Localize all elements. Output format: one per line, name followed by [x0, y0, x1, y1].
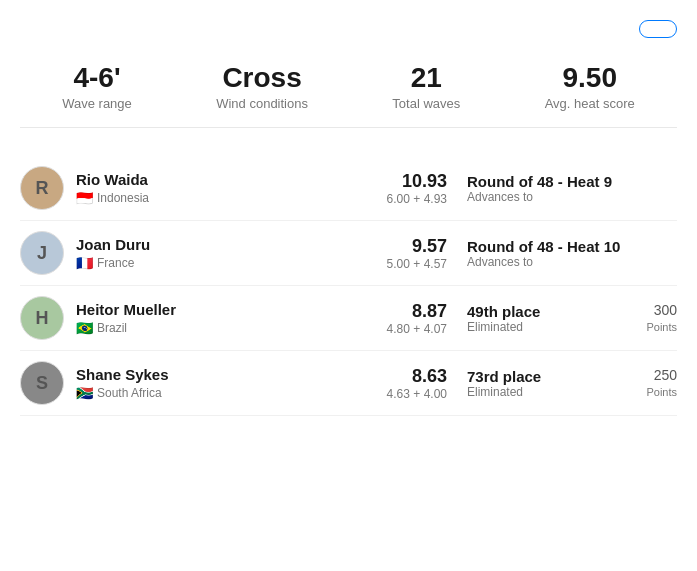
flag-icon: 🇮🇩 — [76, 190, 93, 206]
result-main: Round of 48 - Heat 10 — [467, 238, 627, 255]
avatar: J — [20, 231, 64, 275]
competitor-info: Heitor Mueller 🇧🇷 Brazil — [76, 301, 367, 336]
score-breakdown: 5.00 + 4.57 — [367, 257, 447, 271]
stat-label: Wave range — [62, 96, 132, 111]
flag-icon: 🇿🇦 — [76, 385, 93, 401]
watch-replay-button[interactable] — [639, 20, 677, 38]
stat-label: Avg. heat score — [545, 96, 635, 111]
competitor-scores: 10.93 6.00 + 4.93 — [367, 171, 447, 206]
country-name: South Africa — [97, 386, 162, 400]
competitor-row: S Shane Sykes 🇿🇦 South Africa 8.63 4.63 … — [20, 351, 677, 416]
competitor-country: 🇮🇩 Indonesia — [76, 190, 367, 206]
result-sub: Eliminated — [467, 320, 627, 334]
result-sub: Advances to — [467, 190, 627, 204]
country-name: Brazil — [97, 321, 127, 335]
flag-icon: 🇧🇷 — [76, 320, 93, 336]
competitor-scores: 8.87 4.80 + 4.07 — [367, 301, 447, 336]
competitor-points: 300Points — [627, 302, 677, 334]
competitor-result: Round of 48 - Heat 10 Advances to — [467, 238, 627, 269]
country-name: France — [97, 256, 134, 270]
avatar: R — [20, 166, 64, 210]
stat-value: 4-6' — [62, 62, 132, 94]
competitor-country: 🇿🇦 South Africa — [76, 385, 367, 401]
competitor-info: Joan Duru 🇫🇷 France — [76, 236, 367, 271]
stats-bar: 4-6' Wave range Cross Wind conditions 21… — [20, 62, 677, 128]
competitor-name: Rio Waida — [76, 171, 367, 188]
stat-value: 21 — [392, 62, 460, 94]
competitor-result: 49th place Eliminated — [467, 303, 627, 334]
stat-item: 21 Total waves — [392, 62, 460, 111]
flag-icon: 🇫🇷 — [76, 255, 93, 271]
competitor-row: R Rio Waida 🇮🇩 Indonesia 10.93 6.00 + 4.… — [20, 156, 677, 221]
competitor-scores: 9.57 5.00 + 4.57 — [367, 236, 447, 271]
score-breakdown: 4.63 + 4.00 — [367, 387, 447, 401]
country-name: Indonesia — [97, 191, 149, 205]
total-score: 10.93 — [367, 171, 447, 192]
competitor-name: Heitor Mueller — [76, 301, 367, 318]
competitor-row: H Heitor Mueller 🇧🇷 Brazil 8.87 4.80 + 4… — [20, 286, 677, 351]
result-main: 49th place — [467, 303, 627, 320]
competitor-info: Shane Sykes 🇿🇦 South Africa — [76, 366, 367, 401]
result-main: Round of 48 - Heat 9 — [467, 173, 627, 190]
score-breakdown: 6.00 + 4.93 — [367, 192, 447, 206]
competitor-points: 250Points — [627, 367, 677, 399]
competitors-list: R Rio Waida 🇮🇩 Indonesia 10.93 6.00 + 4.… — [20, 156, 677, 416]
competitor-scores: 8.63 4.63 + 4.00 — [367, 366, 447, 401]
competitor-name: Shane Sykes — [76, 366, 367, 383]
competitor-result: Round of 48 - Heat 9 Advances to — [467, 173, 627, 204]
avatar: H — [20, 296, 64, 340]
total-score: 8.63 — [367, 366, 447, 387]
result-sub: Advances to — [467, 255, 627, 269]
competitor-row: J Joan Duru 🇫🇷 France 9.57 5.00 + 4.57 R… — [20, 221, 677, 286]
stat-item: 4-6' Wave range — [62, 62, 132, 111]
result-sub: Eliminated — [467, 385, 627, 399]
competitor-info: Rio Waida 🇮🇩 Indonesia — [76, 171, 367, 206]
competitor-name: Joan Duru — [76, 236, 367, 253]
stat-value: 9.50 — [545, 62, 635, 94]
stat-item: 9.50 Avg. heat score — [545, 62, 635, 111]
competitor-result: 73rd place Eliminated — [467, 368, 627, 399]
competitor-country: 🇧🇷 Brazil — [76, 320, 367, 336]
total-score: 9.57 — [367, 236, 447, 257]
stat-label: Wind conditions — [216, 96, 308, 111]
stat-value: Cross — [216, 62, 308, 94]
stat-item: Cross Wind conditions — [216, 62, 308, 111]
score-breakdown: 4.80 + 4.07 — [367, 322, 447, 336]
avatar: S — [20, 361, 64, 405]
stat-label: Total waves — [392, 96, 460, 111]
total-score: 8.87 — [367, 301, 447, 322]
competitor-country: 🇫🇷 France — [76, 255, 367, 271]
result-main: 73rd place — [467, 368, 627, 385]
page-header — [20, 16, 677, 38]
